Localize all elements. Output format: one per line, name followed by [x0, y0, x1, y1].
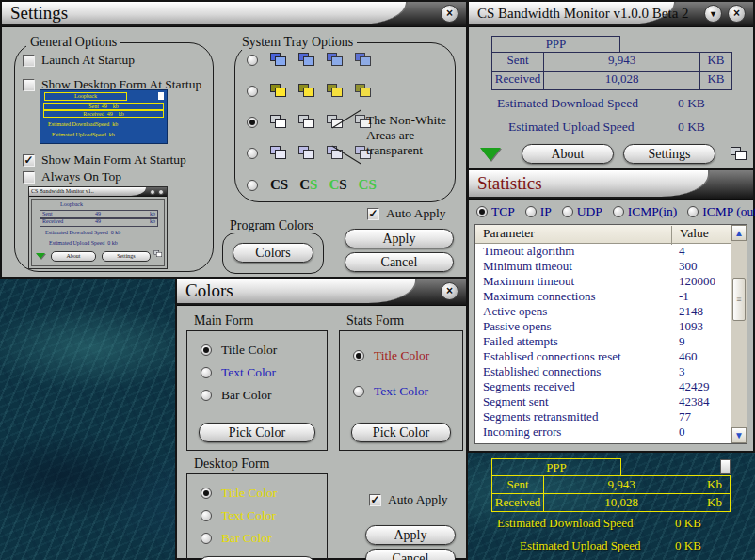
stats-tab-ip[interactable]: IP	[525, 204, 552, 219]
value-header[interactable]: Value	[671, 226, 709, 245]
colors-auto-apply-checkbox[interactable]: ✓ Auto Apply	[369, 492, 447, 507]
stats-form-option-title-color[interactable]: Title Color	[353, 348, 429, 363]
settings-titlebar[interactable]: Settings ×	[2, 2, 466, 27]
stats-tab-icmpin[interactable]: ICMP(in)	[613, 204, 678, 219]
main-form-pick-color-button[interactable]: Pick Color	[199, 423, 315, 442]
stats-table-row[interactable]: Incoming errors0	[475, 424, 731, 440]
scroll-up-icon[interactable]: ▲	[731, 225, 747, 241]
stats-table-row[interactable]: Failed attempts9	[475, 334, 731, 349]
main-form-option-text-color[interactable]: Text Color	[201, 365, 276, 380]
settings-auto-apply-checkbox[interactable]: ✓ Auto Apply	[367, 206, 445, 221]
stats-table-header: Parameter Value	[475, 225, 731, 244]
stat-parameter: Timeout algorithm	[475, 244, 671, 259]
stats-table-row[interactable]: Segment sent42384	[475, 394, 731, 409]
statistics-window-title: Statistics	[477, 173, 542, 194]
main-form-option-bar-color[interactable]: Bar Color	[201, 388, 272, 403]
stats-form-pick-color-button[interactable]: Pick Color	[351, 423, 451, 442]
monitor-titlebar[interactable]: CS Bandwidth Monitor v1.0.0 Beta 2 ▾ ×	[469, 2, 753, 27]
stats-table-row[interactable]: Established connections3	[475, 364, 731, 379]
stats-tab-tcp[interactable]: TCP	[476, 204, 515, 219]
cs-text-icon: CS	[329, 177, 346, 193]
stat-value: 1093	[671, 319, 703, 334]
color-option-label: Text Color	[221, 508, 276, 523]
tab-label: UDP	[577, 204, 602, 219]
tray-option-yellow-icons[interactable]	[247, 84, 371, 98]
stat-value: 77	[671, 409, 691, 424]
close-icon[interactable]: ×	[441, 282, 458, 300]
checkbox-icon: ✓	[367, 208, 379, 220]
radio-icon	[613, 206, 624, 217]
radio-icon	[247, 55, 258, 66]
radio-icon	[201, 510, 212, 521]
about-button[interactable]: About	[522, 144, 614, 164]
main-form-preview-image: CS Bandwidth Monitor v1.. Loopback Sent4…	[28, 186, 168, 269]
colors-button[interactable]: Colors	[233, 243, 313, 263]
radio-icon	[201, 488, 212, 499]
stats-table: Parameter Value Timeout algorithm4Minimu…	[474, 224, 747, 444]
stats-scrollbar[interactable]: ▲ ≡ ▼	[731, 225, 747, 443]
cancel-button[interactable]: Cancel	[345, 252, 454, 272]
stat-parameter: Maximum connections	[475, 289, 671, 304]
colors-titlebar[interactable]: Colors ×	[177, 279, 466, 306]
main-form-option-title-color[interactable]: Title Color	[201, 343, 277, 358]
scroll-down-icon[interactable]: ▼	[731, 427, 747, 443]
tray-option-cs-text[interactable]: CSCSCSCS	[247, 177, 377, 193]
statistics-titlebar[interactable]: Statistics	[469, 170, 753, 200]
stats-form-option-text-color[interactable]: Text Color	[353, 384, 428, 399]
close-icon[interactable]: ×	[441, 5, 458, 23]
blue-pc-icon	[327, 53, 343, 67]
tray-option-blue-icons[interactable]	[247, 53, 371, 67]
cancel-button[interactable]: Cancel	[365, 549, 456, 560]
launch-at-startup-checkbox[interactable]: Launch At Startup	[23, 53, 135, 68]
always-on-top-checkbox[interactable]: Always On Top	[23, 169, 121, 184]
show-main-form-checkbox[interactable]: ✓ Show Main Form At Startup	[23, 152, 186, 168]
stats-table-row[interactable]: Passive opens1093	[475, 319, 731, 334]
program-colors-group: Colors	[222, 232, 324, 274]
stats-table-row[interactable]: Minimum timeout300	[475, 259, 731, 274]
stats-table-row[interactable]: Active opens2148	[475, 304, 731, 319]
stat-parameter: Segments received	[475, 379, 671, 394]
program-colors-legend: Program Colors	[226, 218, 317, 233]
stat-value: 120000	[671, 274, 715, 289]
stats-table-row[interactable]: Timeout algorithm4	[475, 244, 731, 259]
scrollbar-thumb[interactable]: ≡	[732, 278, 746, 321]
stats-table-row[interactable]: Outgoing resets700	[475, 440, 731, 443]
desktop-form-pick-color-button[interactable]: Pick Color	[199, 556, 315, 560]
stats-tab-udp[interactable]: UDP	[562, 204, 602, 219]
radio-icon	[201, 533, 212, 544]
desktop-form-overlay: PPP Sent 9,943 Kb Received 10,028 Kb Est…	[467, 453, 755, 560]
stat-parameter: Minimum timeout	[475, 259, 671, 274]
stats-table-row[interactable]: Segments received42429	[475, 379, 731, 394]
stats-tab-icmpout[interactable]: ICMP (out)	[687, 204, 755, 219]
apply-button[interactable]: Apply	[345, 229, 454, 248]
apply-button[interactable]: Apply	[365, 525, 456, 545]
stat-value: 42384	[671, 394, 710, 409]
stat-value: 700	[671, 440, 698, 443]
desktop-form-option-title-color[interactable]: Title Color	[201, 486, 277, 501]
stat-value: 460	[671, 349, 698, 364]
colors-window: Colors × Main Form Title ColorText Color…	[175, 277, 468, 560]
minimize-icon[interactable]: ▾	[704, 5, 722, 23]
stats-table-row[interactable]: Segments retransmitted77	[475, 409, 731, 424]
settings-window: Settings × General Options Launch At Sta…	[0, 0, 468, 279]
tray-option-white-icons[interactable]	[247, 115, 371, 129]
green-triangle-icon[interactable]	[480, 148, 501, 161]
stats-table-row[interactable]: Establised connections reset460	[475, 349, 731, 364]
stats-form-legend: Stats Form	[343, 313, 408, 328]
tray-pc-icon[interactable]	[731, 147, 747, 161]
desktop-form-option-bar-color[interactable]: Bar Color	[201, 531, 272, 546]
preview-upload-line: Estimated UploadSpeed kb	[52, 132, 115, 138]
parameter-header[interactable]: Parameter	[483, 226, 535, 241]
desktop-form-close-button[interactable]	[720, 459, 731, 474]
tab-label: IP	[540, 204, 552, 219]
desktop-form-option-text-color[interactable]: Text Color	[201, 508, 276, 523]
stat-value: 4	[671, 244, 685, 259]
radio-icon	[201, 390, 212, 401]
radio-icon	[201, 367, 212, 378]
settings-button[interactable]: Settings	[623, 144, 715, 164]
stat-value: 2148	[671, 304, 703, 319]
stats-table-row[interactable]: Maximum timeout120000	[475, 274, 731, 289]
close-icon[interactable]: ×	[728, 5, 746, 23]
stats-table-row[interactable]: Maximum connections-1	[475, 289, 731, 304]
tab-label: ICMP (out)	[702, 204, 755, 219]
